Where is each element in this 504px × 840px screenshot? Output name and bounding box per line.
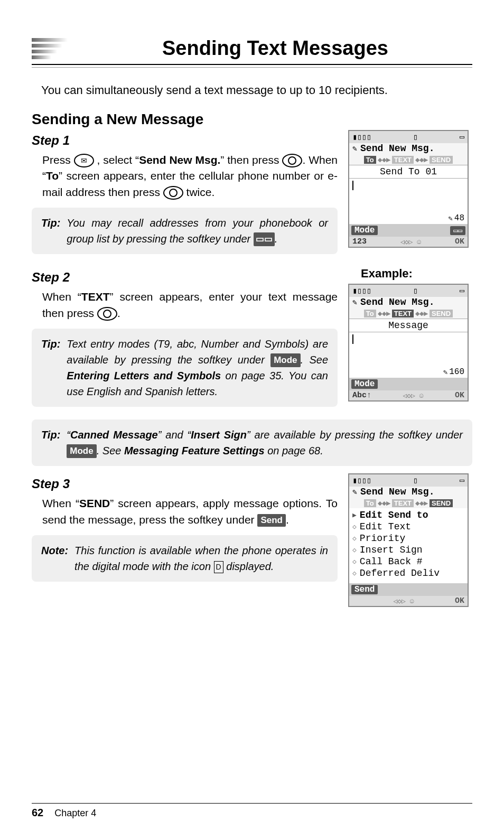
header-lines-icon xyxy=(32,38,68,59)
status-bar: ▮▯▯▯ ▯ ▭ xyxy=(349,474,468,487)
intro-text: You can simultaneously send a text messa… xyxy=(41,83,472,97)
nav-icon: ◁◇▷ ☺ xyxy=(403,391,423,400)
step-3-body: When “SEND” screen appears, apply messag… xyxy=(42,496,338,528)
step-3-label: Step 3 xyxy=(32,477,338,491)
mail-key-icon: ✉ xyxy=(74,154,94,167)
step-1-body: Press ✉ , select “Send New Msg.” then pr… xyxy=(42,152,338,200)
center-key-icon xyxy=(97,307,117,321)
input-area: ✎160 xyxy=(349,332,468,378)
step-2-body: When “TEXT” screen appears, enter your t… xyxy=(42,289,338,321)
step-3-note: Note: This function is available when th… xyxy=(32,535,338,582)
status-bar: ▮▯▯▯ ▯ ▭ xyxy=(349,285,468,297)
send-chip: Send xyxy=(257,514,286,527)
mode-chip: Mode xyxy=(270,353,300,367)
step-2-tip-b: Tip: “Canned Message” and “Insert Sign” … xyxy=(32,419,472,466)
options-list: ▶Edit Send to ◇Edit Text ◇Priority ◇Inse… xyxy=(349,508,468,583)
signal-icon: ▮▯▯▯ xyxy=(352,132,371,142)
signal-icon: ▮▯▯▯ xyxy=(352,286,371,296)
center-key-icon xyxy=(163,186,183,200)
battery-icon: ▭ xyxy=(460,132,464,142)
diamond-icon: ◇ xyxy=(352,546,357,554)
pencil-icon: ✎ xyxy=(448,214,452,223)
phonebook-softkey-icon: ▭▭ xyxy=(254,232,275,246)
tabs: To◆◆▶ TEXT◆◆▶ SEND xyxy=(349,155,468,165)
tabs: To◆◆▶ TEXT◆◆▶ SEND xyxy=(349,309,468,319)
battery-icon: ▭ xyxy=(460,475,464,486)
nav-icon: ◁◇▷ ☺ xyxy=(400,238,421,246)
step-1-row: Step 1 Press ✉ , select “Send New Msg.” … xyxy=(32,130,472,262)
edit-icon: ✎ xyxy=(352,487,357,497)
page: Sending Text Messages You can simultaneo… xyxy=(0,0,504,840)
softkey-left: Send xyxy=(351,585,378,594)
softkey-left: Mode xyxy=(351,379,378,389)
nav-icon: ◁◇▷ ☺ xyxy=(393,597,414,605)
phone-screen-2: ▮▯▯▯ ▯ ▭ ✎Send New Msg. To◆◆▶ TEXT◆◆▶ SE… xyxy=(348,284,469,402)
step-2-label: Step 2 xyxy=(32,270,338,285)
header-rule xyxy=(32,64,472,68)
input-area: ✎48 xyxy=(349,179,468,224)
battery-icon: ▭ xyxy=(460,286,464,296)
step-1-label: Step 1 xyxy=(32,133,338,148)
phonebook-icon: ▭▭ xyxy=(450,226,465,235)
example-label: Example: xyxy=(361,267,472,281)
diamond-icon: ◇ xyxy=(352,522,357,531)
digital-icon: ▯ xyxy=(413,132,418,142)
step-2-tip-a: Tip: Text entry modes (T9, abc, Number a… xyxy=(32,329,338,407)
digital-mode-icon: D xyxy=(214,561,223,573)
digital-icon: ▯ xyxy=(413,286,418,296)
tabs: To◆◆▶ TEXT◆◆▶ SEND xyxy=(349,498,468,508)
page-footer: 62 Chapter 4 xyxy=(32,803,472,819)
digital-icon: ▯ xyxy=(413,475,418,486)
status-bar: ▮▯▯▯ ▯ ▭ xyxy=(349,131,468,143)
pencil-icon: ✎ xyxy=(443,368,447,377)
step-3-row: Step 3 When “SEND” screen appears, apply… xyxy=(32,473,472,607)
center-key-icon xyxy=(282,154,302,167)
chapter-label: Chapter 4 xyxy=(54,808,96,818)
step-2-row: Step 2 When “TEXT” screen appears, enter… xyxy=(32,267,472,414)
diamond-icon: ◇ xyxy=(352,569,357,577)
step-1-tip: Tip: You may recall addresses from your … xyxy=(32,208,338,254)
edit-icon: ✎ xyxy=(352,144,357,154)
diamond-icon: ◇ xyxy=(352,534,357,543)
page-header: Sending Text Messages xyxy=(32,37,472,60)
mode-chip: Mode xyxy=(67,444,96,458)
diamond-icon: ◇ xyxy=(352,557,357,566)
page-number: 62 xyxy=(32,807,43,818)
triangle-icon: ▶ xyxy=(352,511,357,519)
edit-icon: ✎ xyxy=(352,297,357,307)
softkey-left: Mode xyxy=(351,226,378,235)
phone-screen-3: ▮▯▯▯ ▯ ▭ ✎Send New Msg. To◆◆▶ TEXT◆◆▶ SE… xyxy=(348,473,469,607)
section-heading: Sending a New Message xyxy=(32,111,472,128)
signal-icon: ▮▯▯▯ xyxy=(352,475,371,486)
page-title: Sending Text Messages xyxy=(78,37,472,60)
phone-screen-1: ▮▯▯▯ ▯ ▭ ✎Send New Msg. To◆◆▶ TEXT◆◆▶ SE… xyxy=(348,130,469,248)
